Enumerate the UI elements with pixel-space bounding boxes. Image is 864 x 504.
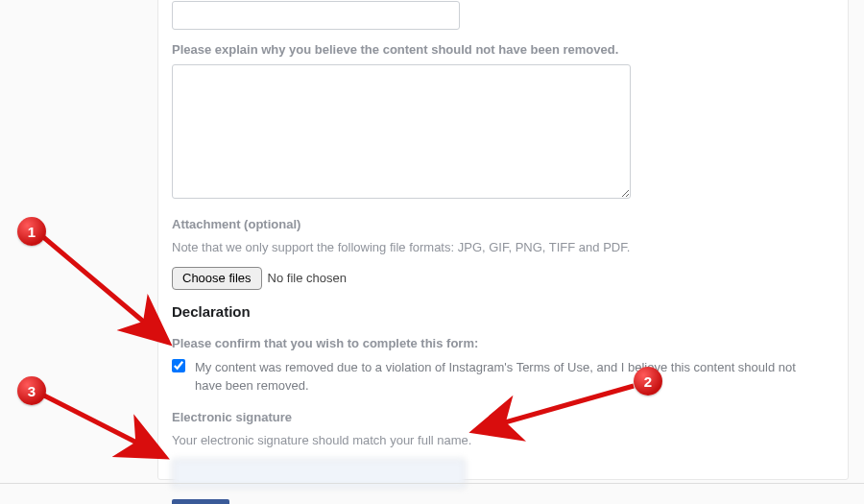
declaration-checkbox-text: My content was removed due to a violatio… [195,358,809,396]
signature-label: Electronic signature [172,409,834,426]
annotation-marker-1: 1 [17,217,46,246]
svg-line-0 [42,236,165,340]
file-picker-row: Choose files No file chosen [172,267,834,290]
form-card: Please explain why you believe the conte… [157,0,849,480]
annotation-marker-2: 2 [634,367,662,396]
declaration-heading: Declaration [172,303,834,320]
declaration-checkbox-row: My content was removed due to a violatio… [172,358,834,396]
declaration-checkbox[interactable] [172,359,185,372]
file-status-text: No file chosen [268,271,347,285]
explain-textarea[interactable] [172,64,631,199]
confirm-label: Please confirm that you wish to complete… [172,335,834,352]
attachment-label: Attachment (optional) [172,216,834,233]
choose-files-button[interactable]: Choose files [172,267,262,290]
send-button[interactable]: Send [172,499,229,504]
annotation-marker-3: 3 [17,376,46,405]
previous-text-input[interactable] [172,1,460,30]
explain-label: Please explain why you believe the conte… [172,41,834,59]
signature-hint: Your electronic signature should match y… [172,432,834,449]
attachment-note: Note that we only support the following … [172,239,834,256]
footer-divider [0,483,864,484]
svg-line-2 [44,396,161,455]
